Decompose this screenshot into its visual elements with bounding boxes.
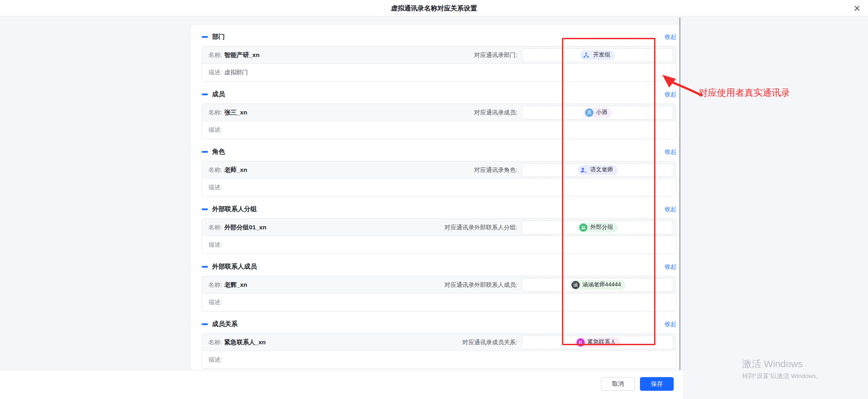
mapped-tag[interactable]: 语文老师 [577, 165, 618, 175]
section-external-group: 外部联系人分组 收起 名称:外部分组01_xn 对应通讯录外部联系人分组: [202, 200, 676, 254]
windows-activation-watermark: 激活 Windows 转到“设置”以激活 Windows。 [742, 358, 822, 380]
section-card: 名称:外部分组01_xn 对应通讯录外部联系人分组: [202, 218, 676, 254]
mapped-tag[interactable]: 酒 小酒 [583, 108, 612, 118]
mapped-tag[interactable]: 涵 涵涵老师44444 [570, 280, 626, 290]
mapping-input[interactable]: 酒 小酒 [522, 106, 673, 119]
member-avatar: 涵 [572, 281, 580, 289]
collapse-dash-icon [202, 266, 208, 268]
collapse-link[interactable]: 收起 [665, 33, 676, 41]
mapping-label: 对应通讯录成员: [474, 109, 517, 117]
name-label: 名称: [208, 224, 222, 231]
collapse-link[interactable]: 收起 [665, 148, 676, 156]
desc-value: 虚拟部门 [224, 68, 248, 77]
section-title: 部门 [212, 33, 225, 41]
org-chart-icon [582, 51, 590, 59]
section-header: 外部联系人分组 收起 [202, 200, 676, 218]
mapped-tag-label: 开发组 [593, 51, 610, 59]
section-card: 名称:紧急联系人_xn 对应通讯录成员关系: 紧急联系人 [202, 333, 676, 369]
mapped-tag-label: 紧急联系人 [587, 338, 616, 346]
mapping-label: 对应通讯录角色: [474, 166, 517, 174]
name-value: 智能产研_xn [224, 52, 260, 58]
section-card: 名称:智能产研_xn 对应通讯录部门: [202, 46, 676, 82]
mapping-label: 对应通讯录部门: [474, 51, 517, 59]
role-person-icon [579, 166, 587, 174]
annotation-label: 对应使用者真实通讯录 [699, 87, 790, 99]
mapping-label: 对应通讯录外部联系人分组: [444, 223, 517, 232]
mapped-tag[interactable]: 开发组 [580, 50, 615, 60]
section-title: 成员关系 [212, 320, 238, 328]
section-external-member: 外部联系人成员 收起 名称:老辉_xn 对应通讯录外部联系人成员: 涵 涵涵老师… [202, 258, 676, 311]
desc-label: 描述: [208, 68, 222, 77]
group-avatar-icon [579, 223, 587, 232]
name-label: 名称: [208, 52, 222, 58]
name-label: 名称: [208, 339, 222, 346]
collapse-dash-icon [202, 93, 208, 95]
mapped-tag[interactable]: 外部分组 [577, 223, 618, 233]
section-title: 角色 [212, 148, 225, 156]
collapse-dash-icon [202, 208, 208, 210]
mapped-tag-label: 外部分组 [590, 223, 613, 231]
name-label: 名称: [208, 281, 222, 288]
section-header: 成员 收起 [202, 85, 676, 104]
desc-label: 描述: [208, 183, 222, 192]
section-header: 外部联系人成员 收起 [202, 258, 676, 276]
section-role: 角色 收起 名称:老师_xn 对应通讯录角色: [202, 143, 676, 197]
mapped-tag-label: 小酒 [596, 109, 608, 116]
name-value: 张三_xn [224, 109, 247, 116]
mapping-input[interactable]: 外部分组 [522, 221, 673, 234]
section-header: 角色 收起 [202, 143, 676, 161]
collapse-link[interactable]: 收起 [665, 90, 676, 98]
collapse-dash-icon [202, 36, 208, 38]
name-label: 名称: [208, 166, 222, 173]
mapping-input[interactable]: 涵 涵涵老师44444 [522, 278, 673, 292]
section-title: 成员 [212, 90, 225, 98]
desc-label: 描述: [208, 356, 222, 364]
cancel-button[interactable]: 取消 [601, 377, 635, 391]
vertical-scrollbar[interactable] [679, 17, 681, 370]
section-header: 部门 收起 [202, 28, 676, 46]
settings-panel: 部门 收起 名称:智能产研_xn 对应通讯录部门: [191, 25, 680, 370]
name-value: 外部分组01_xn [224, 224, 266, 231]
save-button[interactable]: 保存 [640, 377, 674, 391]
name-value: 紧急联系人_xn [224, 339, 266, 346]
mapping-input[interactable]: 语文老师 [522, 163, 673, 177]
mapped-tag-label: 语文老师 [590, 166, 613, 174]
name-value: 老辉_xn [224, 281, 247, 288]
collapse-link[interactable]: 收起 [665, 263, 676, 271]
watermark-line2: 转到“设置”以激活 Windows。 [742, 372, 822, 380]
mapped-tag[interactable]: 紧急联系人 [575, 337, 621, 347]
section-header: 成员关系 收起 [202, 315, 676, 333]
name-value: 老师_xn [224, 166, 247, 173]
section-card: 名称:张三_xn 对应通讯录成员: 酒 小酒 描述: [202, 104, 676, 139]
section-card: 名称:老辉_xn 对应通讯录外部联系人成员: 涵 涵涵老师44444 描述: [202, 276, 676, 311]
name-label: 名称: [208, 109, 222, 116]
close-icon[interactable]: ✕ [853, 0, 861, 16]
desc-label: 描述: [208, 126, 222, 134]
mapping-label: 对应通讯录成员关系: [462, 338, 517, 347]
dialog-footer: 取消 保存 [0, 370, 683, 399]
dialog-title: 虚拟通讯录名称对应关系设置 [0, 0, 868, 16]
mapping-input[interactable]: 开发组 [522, 48, 673, 62]
section-title: 外部联系人成员 [212, 263, 257, 271]
section-title: 外部联系人分组 [212, 205, 257, 213]
mapping-label: 对应通讯录外部联系人成员: [444, 281, 517, 289]
section-department: 部门 收起 名称:智能产研_xn 对应通讯录部门: [202, 28, 676, 82]
dialog-header: 虚拟通讯录名称对应关系设置 ✕ [0, 0, 868, 16]
watermark-line1: 激活 Windows [742, 358, 822, 370]
section-member: 成员 收起 名称:张三_xn 对应通讯录成员: 酒 小酒 [202, 85, 676, 139]
desc-label: 描述: [208, 298, 222, 306]
desc-label: 描述: [208, 241, 222, 249]
mapping-input[interactable]: 紧急联系人 [522, 336, 673, 349]
relation-avatar-icon [577, 338, 585, 347]
section-card: 名称:老师_xn 对应通讯录角色: [202, 161, 676, 197]
collapse-link[interactable]: 收起 [665, 320, 676, 328]
collapse-dash-icon [202, 151, 208, 153]
mapped-tag-label: 涵涵老师44444 [582, 281, 621, 289]
collapse-link[interactable]: 收起 [665, 205, 676, 213]
collapse-dash-icon [202, 323, 208, 325]
section-member-relation: 成员关系 收起 名称:紧急联系人_xn 对应通讯录成员关系: [202, 315, 676, 369]
member-avatar: 酒 [585, 109, 593, 117]
